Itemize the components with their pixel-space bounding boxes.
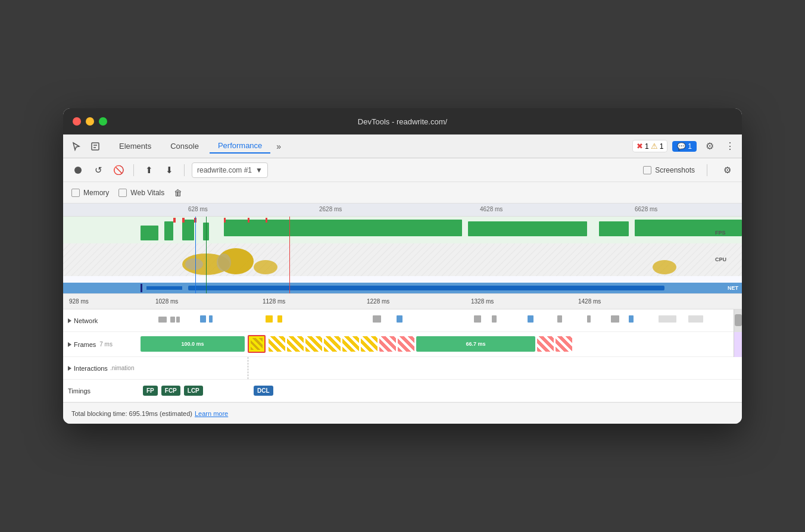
web-vitals-label: Web Vitals [130,189,164,197]
web-vitals-checkbox[interactable] [118,189,127,197]
memory-checkbox[interactable] [71,189,80,197]
cursor-icon[interactable] [68,138,85,155]
clear-timings-button[interactable]: 🗑 [174,188,182,198]
frame-stripe-5[interactable] [342,336,359,352]
interactions-row-label[interactable]: Interactions .nimation [63,365,141,372]
ruler-bottom: 928 ms 1028 ms 1128 ms 1228 ms 1328 ms 1… [63,294,742,309]
svg-rect-10 [635,220,742,236]
net-item-12 [629,315,634,323]
ruler-b-1: 1028 ms [155,298,178,305]
ruler-mark-2: 4628 ms [480,206,503,212]
traffic-lights [73,117,107,126]
frame-selected[interactable] [248,335,266,353]
timings-row-content: FP FCP LCP DCL [141,380,742,402]
network-row-content [141,309,742,332]
web-vitals-toggle[interactable]: Web Vitals [118,189,164,197]
download-button[interactable]: ⬇ [161,162,177,178]
interaction-marker [248,357,248,379]
frame-red-2[interactable] [398,336,414,352]
scrollbar-network[interactable] [734,309,742,332]
tab-more[interactable]: » [273,139,285,154]
frame-stripe-3[interactable] [305,336,322,352]
network-row-label[interactable]: Network [63,317,141,324]
timeline-rows: Network [63,309,742,402]
upload-button[interactable]: ⬆ [141,162,157,178]
inspect-icon[interactable] [87,138,104,155]
frame-red-1[interactable] [379,336,396,352]
ruler-top: 628 ms 2628 ms 4628 ms 6628 ms [63,204,742,217]
error-badge: ✖ 1 ⚠ 1 [632,140,667,152]
reload-button[interactable]: ↺ [91,162,106,178]
chat-icon: 💬 [677,142,686,151]
window-title: DevTools - readwrite.com/ [358,117,447,126]
screenshots-checkbox[interactable] [643,166,651,174]
toolbar-settings-button[interactable]: ⚙ [719,162,735,178]
net-item-7 [492,315,497,323]
frames-row-content: 100.0 ms [141,332,742,357]
net-item-blue-2 [209,315,213,323]
options-bar: Memory Web Vitals 🗑 [63,182,742,204]
ruler-b-3: 1228 ms [367,298,389,305]
toolbar: ↺ 🚫 ⬆ ⬇ readwrite.com #1 ▼ Screenshots ⚙ [63,158,742,182]
tab-elements[interactable]: Elements [111,139,160,153]
frame-stripe-4[interactable] [324,336,341,352]
frames-expand-icon[interactable] [68,342,71,347]
scrollbar-frames[interactable] [734,332,742,357]
settings-button[interactable]: ⚙ [701,138,718,155]
net-item-13 [659,315,676,323]
frame-stripe-2[interactable] [287,336,304,352]
svg-text:CPU: CPU [715,256,726,262]
learn-more-link[interactable]: Learn more [195,410,228,417]
chevron-down-icon: ▼ [255,166,263,174]
charts-area: FPS [63,217,742,294]
svg-rect-15 [248,218,249,223]
more-button[interactable]: ⋮ [723,139,737,154]
profile-select-label: readwrite.com #1 [197,166,252,174]
frames-row-label[interactable]: Frames 7 ms [63,341,141,348]
net-item-yellow-1 [266,315,273,323]
ruler-mark-3: 6628 ms [635,206,657,212]
frame-stripe-6[interactable] [361,336,377,352]
frame-red-4[interactable] [556,336,572,352]
svg-point-24 [185,258,203,270]
svg-rect-3 [141,226,158,240]
frame-green-100ms[interactable]: 100.0 ms [141,336,245,352]
frames-label: Frames [74,341,96,348]
svg-point-26 [653,260,676,274]
net-bar: NET [63,283,742,293]
interactions-suffix: .nimation [110,365,135,371]
svg-rect-8 [468,221,587,236]
net-item-3 [176,317,180,323]
minimize-button[interactable] [86,117,94,126]
net-item-8 [528,315,533,323]
frame-stripe-1[interactable] [269,336,285,352]
error-icon: ✖ [636,142,643,151]
close-button[interactable] [73,117,81,126]
tab-console[interactable]: Console [162,139,207,153]
toolbar-sep-1 [133,164,134,176]
svg-point-25 [217,254,231,271]
interactions-row: Interactions .nimation [63,357,742,380]
profile-select[interactable]: readwrite.com #1 ▼ [192,162,268,178]
maximize-button[interactable] [99,117,107,126]
scrollbar-thumb[interactable] [735,314,742,326]
svg-point-23 [254,260,277,274]
svg-point-1 [74,167,82,174]
net-item-yellow-2 [277,315,282,323]
net-label: NET [728,285,738,291]
record-button[interactable] [70,162,86,178]
frame-green-667ms[interactable]: 66.7 ms [416,336,535,352]
ruler-b-0: 928 ms [69,298,89,305]
screenshots-toggle[interactable]: Screenshots [643,166,695,174]
error-count: 1 [645,142,649,151]
network-expand-icon[interactable] [68,318,71,323]
memory-toggle[interactable]: Memory [71,189,109,197]
status-bar: Total blocking time: 695.19ms (estimated… [63,402,742,424]
interactions-expand-icon[interactable] [68,366,71,371]
frame-red-3[interactable] [537,336,554,352]
timings-row: Timings FP FCP LCP DCL [63,380,742,402]
tab-performance[interactable]: Performance [210,139,270,154]
svg-rect-12 [182,218,185,223]
svg-rect-20 [63,243,742,276]
clear-button[interactable]: 🚫 [111,162,126,178]
